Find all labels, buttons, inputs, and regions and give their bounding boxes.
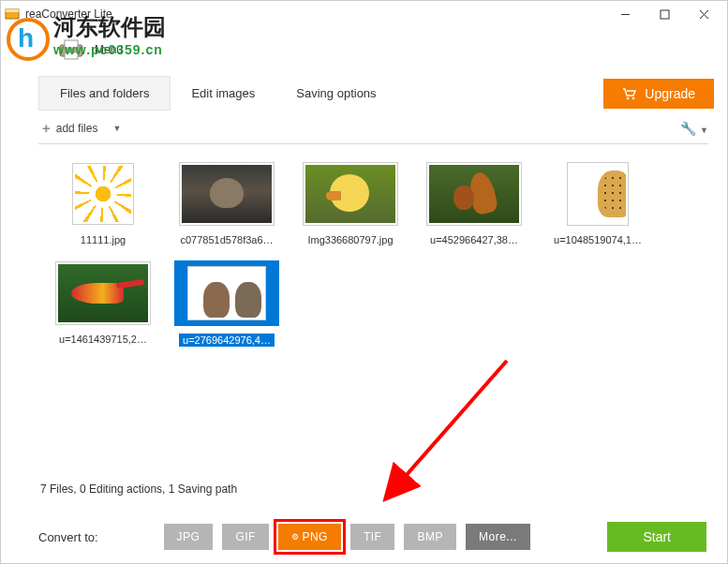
file-item[interactable]: c077851d578f3a6… xyxy=(175,157,278,245)
file-item[interactable]: 11111.jpg xyxy=(52,157,155,245)
format-more-button[interactable]: More... xyxy=(466,524,530,550)
tab-saving-options[interactable]: Saving options xyxy=(275,77,396,110)
svg-rect-7 xyxy=(65,40,78,48)
close-button[interactable] xyxy=(684,3,723,25)
file-name: u=452966427,38… xyxy=(430,234,518,245)
format-gif-button[interactable]: GIF xyxy=(222,524,269,550)
format-bmp-button[interactable]: BMP xyxy=(404,524,456,550)
svg-point-9 xyxy=(627,96,630,99)
menu-bar: Menu xyxy=(1,37,727,63)
thumbnail-image xyxy=(305,165,395,223)
format-tif-button[interactable]: TIF xyxy=(350,524,395,550)
thumbnail-grid: 11111.jpg c077851d578f3a6… Img336680797.… xyxy=(1,144,727,397)
upgrade-button[interactable]: Upgrade xyxy=(603,79,714,109)
format-jpg-button[interactable]: JPG xyxy=(164,524,214,550)
thumbnail-image xyxy=(570,165,626,223)
tab-edit-images[interactable]: Edit images xyxy=(171,77,275,110)
file-name: c077851d578f3a6… xyxy=(180,234,273,245)
file-item[interactable]: Img336680797.jpg xyxy=(299,157,402,245)
status-text: 7 Files, 0 Editing actions, 1 Saving pat… xyxy=(40,482,237,496)
file-name: 11111.jpg xyxy=(81,234,126,245)
thumbnail-image xyxy=(75,166,131,222)
file-item[interactable]: u=452966427,38… xyxy=(423,157,526,245)
minimize-button[interactable] xyxy=(605,3,645,25)
titlebar: reaConverter Lite xyxy=(1,1,727,27)
plus-icon: + xyxy=(42,120,51,136)
settings-button[interactable]: 🔧▼ xyxy=(680,121,708,136)
file-name: u=1048519074,1… xyxy=(554,234,642,245)
window-title: reaConverter Lite xyxy=(25,7,605,21)
menu-button[interactable]: Menu xyxy=(89,41,128,58)
convert-to-label: Convert to: xyxy=(38,530,98,544)
wrench-icon: 🔧 xyxy=(680,121,696,136)
tab-files-and-folders[interactable]: Files and folders xyxy=(38,76,171,111)
footer: Convert to: JPG GIF ⚙PNG TIF BMP More...… xyxy=(1,522,727,552)
svg-point-10 xyxy=(632,96,635,99)
thumbnail-image xyxy=(429,165,519,223)
upgrade-label: Upgrade xyxy=(645,86,695,101)
format-png-button[interactable]: ⚙PNG xyxy=(278,524,341,550)
add-files-label: add files xyxy=(56,122,98,135)
thumbnail-image xyxy=(58,264,148,322)
file-name: Img336680797.jpg xyxy=(307,234,393,245)
file-item-selected[interactable]: u=2769642976,4… xyxy=(175,257,278,347)
thumbnail-image xyxy=(182,165,272,223)
thumbnail-image xyxy=(190,269,263,318)
svg-rect-3 xyxy=(661,10,669,19)
add-files-button[interactable]: + add files ▼ xyxy=(42,120,121,136)
printer-icon xyxy=(57,39,85,60)
file-name: u=1461439715,2… xyxy=(59,334,147,345)
file-item[interactable]: u=1461439715,2… xyxy=(52,257,155,347)
chevron-down-icon: ▼ xyxy=(112,124,121,133)
svg-rect-8 xyxy=(65,52,78,59)
start-button[interactable]: Start xyxy=(607,522,706,552)
maximize-button[interactable] xyxy=(645,3,684,25)
file-item[interactable]: u=1048519074,1… xyxy=(546,157,649,245)
tabs-row: Files and folders Edit images Saving opt… xyxy=(38,76,714,111)
svg-rect-1 xyxy=(6,9,19,12)
app-icon xyxy=(5,7,20,22)
toolbar: + add files ▼ 🔧▼ xyxy=(42,120,708,136)
chevron-down-icon: ▼ xyxy=(700,126,708,135)
gear-icon: ⚙ xyxy=(291,532,300,542)
file-name: u=2769642976,4… xyxy=(179,334,275,347)
cart-icon xyxy=(622,87,637,100)
